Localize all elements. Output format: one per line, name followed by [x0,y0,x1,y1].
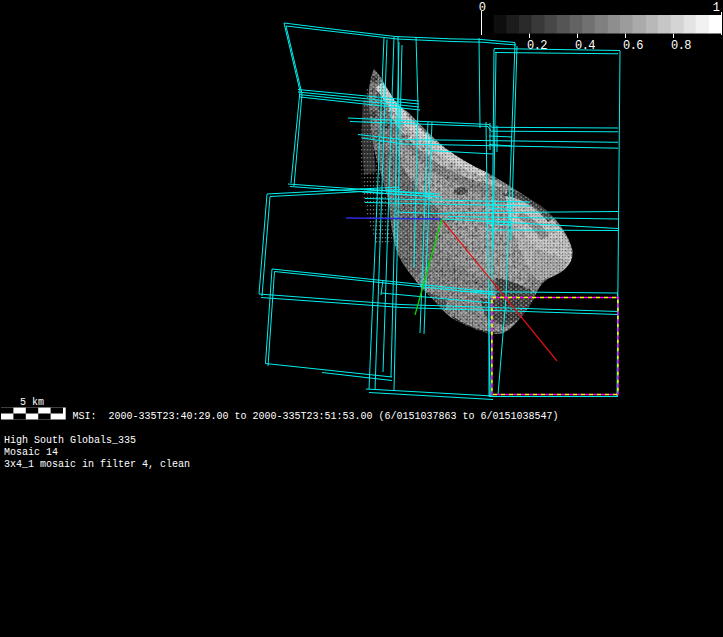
svg-text:High South Globals_335: High South Globals_335 [4,435,136,446]
svg-text:0: 0 [479,1,486,15]
svg-text:0.4: 0.4 [575,39,595,53]
svg-text:0.8: 0.8 [671,39,691,53]
svg-text:0.2: 0.2 [527,39,547,53]
svg-text:1: 1 [713,1,720,15]
svg-text:3x4_1 mosaic in filter 4, clea: 3x4_1 mosaic in filter 4, clean [4,459,190,470]
svg-text:Mosaic 14: Mosaic 14 [4,447,58,458]
svg-text:0.6: 0.6 [623,39,643,53]
svg-text:5 km: 5 km [20,397,44,408]
svg-text:MSI: 2000-335T23:40:29.00 to: MSI: 2000-335T23:40:29.00 to 2000-335T23… [73,411,559,422]
